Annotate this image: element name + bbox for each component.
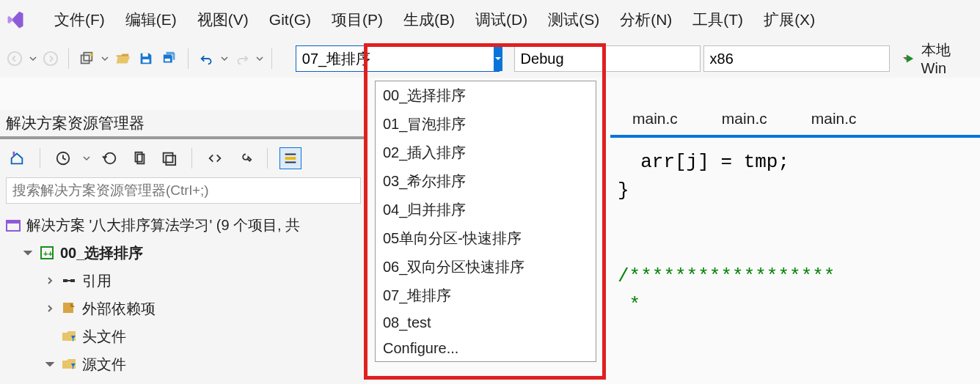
wrench-icon[interactable] <box>233 147 255 169</box>
history-caret-icon[interactable] <box>81 155 92 162</box>
svg-point-0 <box>8 52 21 65</box>
editor-tab[interactable]: main.c <box>789 106 879 135</box>
folder-filter-icon <box>60 355 78 373</box>
platform-value[interactable] <box>704 46 902 71</box>
copy-icon[interactable] <box>128 147 150 169</box>
menu-build[interactable]: 生成(B) <box>403 10 455 30</box>
config-value[interactable] <box>515 46 712 71</box>
history-icon[interactable] <box>52 147 74 169</box>
tree-headers[interactable]: 头文件 <box>0 322 367 350</box>
code-icon[interactable] <box>204 147 226 169</box>
solution-tree: 解决方案 '八大排序算法学习' (9 个项目, 共 ++ 00_选择排序 引用 … <box>0 207 367 383</box>
combo-caret-icon[interactable] <box>494 46 502 71</box>
svg-rect-8 <box>13 152 15 156</box>
nav-back-caret-icon[interactable] <box>29 55 37 62</box>
show-all-files-icon[interactable] <box>158 147 180 169</box>
menu-ext[interactable]: 扩展(X) <box>764 10 815 30</box>
tree-references[interactable]: 引用 <box>0 267 367 295</box>
editor-tab[interactable]: main.c <box>610 106 700 135</box>
references-icon <box>60 272 78 289</box>
solution-icon <box>4 216 22 234</box>
folder-filter-icon <box>60 328 78 345</box>
platform-combo[interactable] <box>703 45 890 72</box>
svg-rect-20 <box>70 279 75 282</box>
code-editor[interactable]: arr[j] = tmp; } /****************** * <box>610 141 980 384</box>
undo-caret-icon[interactable] <box>220 55 229 62</box>
menu-test[interactable]: 测试(S) <box>548 10 599 30</box>
caret-down-icon[interactable] <box>22 248 34 257</box>
dropdown-item[interactable]: Configure... <box>376 336 596 361</box>
caret-right-icon[interactable] <box>44 304 56 313</box>
caret-down-icon[interactable] <box>44 360 56 369</box>
tree-project-label: 00_选择排序 <box>60 243 143 263</box>
svg-rect-5 <box>143 53 148 57</box>
caret-right-icon[interactable] <box>44 276 56 285</box>
menu-git[interactable]: Git(G) <box>269 11 311 29</box>
editor-tab[interactable]: main.c <box>700 106 789 135</box>
config-combo[interactable] <box>514 45 701 72</box>
vs-logo-icon <box>4 9 26 31</box>
external-deps-icon <box>60 300 78 317</box>
panel-title: 解决方案资源管理器 <box>0 110 367 136</box>
tree-external-deps-label: 外部依赖项 <box>82 299 156 319</box>
code-comment: /****************** <box>618 265 835 287</box>
dropdown-item[interactable]: 07_堆排序 <box>376 281 596 310</box>
solution-explorer-panel: 解决方案资源管理器 解决方案 '八大排序算法学习' (9 个项目, 共 ++ 0… <box>0 110 367 384</box>
switch-views-icon[interactable] <box>279 147 301 169</box>
tree-sources-label: 源文件 <box>82 355 126 374</box>
separator <box>68 48 69 69</box>
tree-root-label: 解决方案 '八大排序算法学习' (9 个项目, 共 <box>26 215 300 235</box>
startup-project-combo[interactable] <box>296 45 500 72</box>
dropdown-item[interactable]: 05单向分区-快速排序 <box>376 224 596 253</box>
svg-rect-7 <box>165 59 170 62</box>
project-icon: ++ <box>38 244 56 262</box>
sync-icon[interactable] <box>99 147 121 169</box>
tree-project[interactable]: ++ 00_选择排序 <box>0 239 367 267</box>
svg-rect-6 <box>143 59 150 63</box>
menu-view[interactable]: 视图(V) <box>197 10 249 30</box>
dropdown-item[interactable]: 00_选择排序 <box>376 81 596 110</box>
tree-sources[interactable]: 源文件 <box>0 350 367 378</box>
dropdown-item[interactable]: 03_希尔排序 <box>376 167 596 196</box>
dropdown-item[interactable]: 08_test <box>376 310 596 336</box>
svg-text:✦: ✦ <box>89 51 95 59</box>
separator <box>191 148 192 169</box>
dropdown-item[interactable]: 01_冒泡排序 <box>376 110 596 139</box>
svg-rect-12 <box>164 153 173 163</box>
dropdown-item[interactable]: 04_归并排序 <box>376 196 596 224</box>
menu-tools[interactable]: 工具(T) <box>692 10 743 30</box>
svg-rect-19 <box>63 279 67 282</box>
run-label: 本地 Win <box>921 40 970 77</box>
dropdown-item[interactable]: 02_插入排序 <box>376 139 596 167</box>
svg-text:++: ++ <box>43 249 53 258</box>
new-project-icon[interactable]: ✦ <box>76 46 98 71</box>
svg-rect-16 <box>7 221 20 224</box>
save-icon[interactable] <box>136 46 157 71</box>
dropdown-item[interactable]: 06_双向分区快速排序 <box>376 253 596 281</box>
combo-caret-icon[interactable] <box>902 46 910 71</box>
separator <box>271 48 272 69</box>
tree-external-deps[interactable]: 外部依赖项 <box>0 295 367 322</box>
tree-root[interactable]: 解决方案 '八大排序算法学习' (9 个项目, 共 <box>0 211 367 239</box>
startup-project-value[interactable] <box>296 46 494 71</box>
save-all-icon[interactable] <box>160 46 181 71</box>
redo-caret-icon[interactable] <box>255 55 264 62</box>
menu-analyze[interactable]: 分析(N) <box>620 10 672 30</box>
code-line: } <box>618 180 629 202</box>
open-icon[interactable] <box>111 46 133 71</box>
home-icon[interactable] <box>6 147 28 169</box>
menu-edit[interactable]: 编辑(E) <box>125 10 177 30</box>
solution-search-input[interactable] <box>6 177 361 204</box>
menu-debug[interactable]: 调试(D) <box>475 10 527 30</box>
menu-file[interactable]: 文件(F) <box>54 10 105 30</box>
svg-rect-13 <box>166 155 175 165</box>
code-line: arr[j] = tmp; <box>618 151 789 173</box>
new-project-caret-icon[interactable] <box>100 55 109 62</box>
separator <box>40 148 40 169</box>
editor-tabbar: main.c main.c main.c <box>610 106 980 138</box>
menu-project[interactable]: 项目(P) <box>332 10 383 30</box>
undo-icon[interactable] <box>196 46 217 71</box>
svg-point-1 <box>44 52 57 65</box>
panel-search <box>0 174 367 207</box>
panel-underline <box>0 136 367 139</box>
